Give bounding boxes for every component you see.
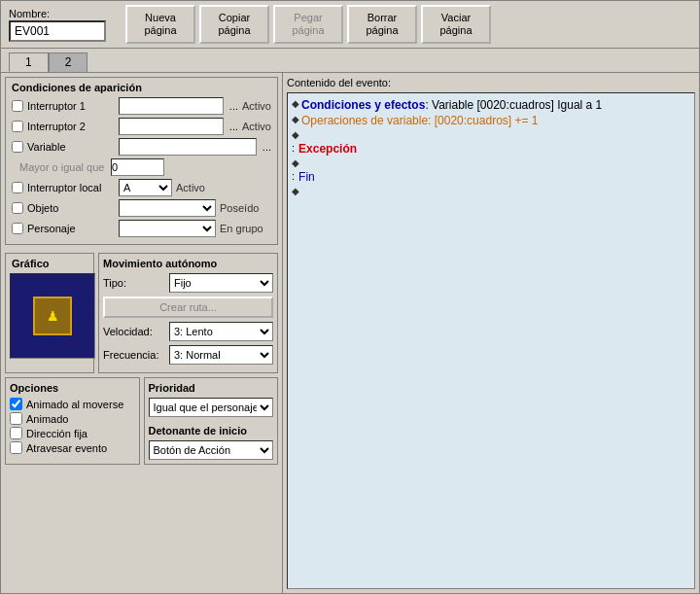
diamond-5: ◆ xyxy=(292,157,299,168)
priority-select[interactable]: Igual que el personaje Bajo el personaje… xyxy=(149,398,274,417)
animado-checkbox[interactable] xyxy=(10,412,22,425)
event-text-6: Fin xyxy=(298,170,315,184)
interruptor-local-select[interactable]: ABCD xyxy=(119,179,172,196)
borrar-pagina-button[interactable]: Borrarpágina xyxy=(347,5,417,44)
interruptor2-input[interactable] xyxy=(119,118,224,135)
dots1: ... xyxy=(228,100,238,112)
movement-title: Movimiento autónomo xyxy=(103,258,273,269)
direccion-fija-checkbox[interactable] xyxy=(10,427,22,439)
bottom-left: Gráfico ♟ Movimiento autónomo Tipo: Fijo xyxy=(5,253,278,373)
mayor-label: Mayor o igual que xyxy=(19,161,107,173)
tipo-label: Tipo: xyxy=(103,277,165,289)
objeto-row: Objeto Poseído xyxy=(12,199,271,217)
event-text-1: Condiciones y efectos: Variable [0020:cu… xyxy=(301,98,602,112)
interruptor-local-checkbox[interactable] xyxy=(12,182,23,193)
conditions-section: Condiciones de aparición Interruptor 1 .… xyxy=(5,77,278,245)
pegar-pagina-button[interactable]: Pegarpágina xyxy=(273,5,343,44)
mayor-row: Mayor o igual que xyxy=(12,158,271,176)
left-panel: Condiciones de aparición Interruptor 1 .… xyxy=(1,73,283,593)
tab-2[interactable]: 2 xyxy=(49,52,88,72)
event-line-6: : Fin xyxy=(292,169,690,185)
event-text-2: Operaciones de variable: [0020:cuadros] … xyxy=(301,114,539,127)
objeto-checkbox[interactable] xyxy=(12,202,23,214)
priority-title: Prioridad xyxy=(149,382,274,394)
content-area: Condiciones de aparición Interruptor 1 .… xyxy=(1,72,699,593)
crear-ruta-button[interactable]: Crear ruta... xyxy=(103,297,273,318)
nombre-input[interactable] xyxy=(9,20,106,42)
options-priority-area: Opciones Animado al moverse Animado Dire… xyxy=(5,377,278,465)
interruptor1-label: Interruptor 1 xyxy=(27,100,115,112)
animado-label: Animado xyxy=(26,413,68,425)
animado-moverse-row: Animado al moverse xyxy=(10,398,135,410)
tipo-select[interactable]: Fijo Aleatorio Ruta xyxy=(169,273,273,293)
diamond-2: ◆ xyxy=(292,114,299,124)
grafico-title: Gráfico xyxy=(8,256,91,271)
event-content: ◆ Condiciones y efectos: Variable [0020:… xyxy=(287,92,695,589)
frecuencia-row: Frecuencia: 1: Muy baja 2: Baja 3: Norma… xyxy=(103,345,273,365)
diamond-7: ◆ xyxy=(292,186,299,196)
interruptor1-checkbox[interactable] xyxy=(12,100,23,112)
velocidad-select[interactable]: 1: Muy lento 2: Lento 3: Lento 4: Normal… xyxy=(169,322,273,341)
tab-1[interactable]: 1 xyxy=(9,52,49,72)
event-line-2: ◆ Operaciones de variable: [0020:cuadros… xyxy=(292,113,690,128)
objeto-select[interactable] xyxy=(119,199,216,217)
animado-moverse-label: Animado al moverse xyxy=(26,399,123,410)
grafico-inner: ♟ xyxy=(33,297,72,335)
nombre-label: Nombre: xyxy=(9,8,106,19)
colon-6: : xyxy=(292,170,295,182)
dots3: ... xyxy=(261,141,271,153)
atravesar-row: Atravesar evento xyxy=(10,441,135,454)
frecuencia-label: Frecuencia: xyxy=(103,349,165,361)
diamond-1: ◆ xyxy=(292,98,299,109)
diamond-3: ◆ xyxy=(292,129,299,140)
personaje-checkbox[interactable] xyxy=(12,223,23,234)
variable-checkbox[interactable] xyxy=(12,141,23,153)
right-panel: Contenido del evento: ◆ Condiciones y ef… xyxy=(283,73,699,593)
interruptor1-input[interactable] xyxy=(119,97,224,115)
interruptor2-checkbox[interactable] xyxy=(12,121,23,132)
nueva-pagina-button[interactable]: Nuevapágina xyxy=(125,5,195,44)
velocidad-row: Velocidad: 1: Muy lento 2: Lento 3: Lent… xyxy=(103,322,273,341)
variable-input[interactable] xyxy=(119,138,257,156)
event-text-4: Excepción xyxy=(298,142,357,156)
event-line-5: ◆ xyxy=(292,157,690,169)
trigger-select[interactable]: Botón de Acción Contacto con el jugador … xyxy=(149,440,274,460)
personaje-suffix: En grupo xyxy=(220,223,263,234)
interruptor-local-row: Interruptor local ABCD Activo xyxy=(12,179,271,196)
variable-row: Variable ... xyxy=(12,138,271,156)
conditions-title: Condiciones de aparición xyxy=(12,82,271,93)
main-window: Nombre: Nuevapágina Copiarpágina Pegarpá… xyxy=(0,0,700,594)
movement-section: Movimiento autónomo Tipo: Fijo Aleatorio… xyxy=(98,253,278,373)
grafico-canvas[interactable]: ♟ xyxy=(10,273,95,359)
grafico-section: Gráfico ♟ xyxy=(5,253,94,373)
trigger-title: Detonante de inicio xyxy=(149,425,274,437)
grafico-char: ♟ xyxy=(47,308,59,324)
options-section: Opciones Animado al moverse Animado Dire… xyxy=(5,377,140,465)
frecuencia-select[interactable]: 1: Muy baja 2: Baja 3: Normal 4: Alta 5:… xyxy=(169,345,273,365)
interruptor2-suffix: Activo xyxy=(242,121,271,132)
personaje-select[interactable] xyxy=(119,220,216,237)
interruptor1-suffix: Activo xyxy=(242,100,271,112)
animado-moverse-checkbox[interactable] xyxy=(10,398,22,410)
personaje-label: Personaje xyxy=(27,223,115,234)
top-bar: Nombre: Nuevapágina Copiarpágina Pegarpá… xyxy=(1,1,699,49)
vaciar-pagina-button[interactable]: Vaciarpágina xyxy=(421,5,491,44)
tipo-row: Tipo: Fijo Aleatorio Ruta xyxy=(103,273,273,293)
personaje-row: Personaje En grupo xyxy=(12,220,271,237)
event-line-7: ◆ xyxy=(292,185,690,197)
velocidad-label: Velocidad: xyxy=(103,326,165,337)
variable-label: Variable xyxy=(27,141,115,153)
mayor-spinner[interactable] xyxy=(111,158,164,176)
event-rest-1: : Variable [0020:cuadros] Igual a 1 xyxy=(425,98,602,112)
atravesar-checkbox[interactable] xyxy=(10,441,22,454)
event-line-1: ◆ Condiciones y efectos: Variable [0020:… xyxy=(292,97,690,113)
interruptor-local-suffix: Activo xyxy=(176,182,205,193)
options-title: Opciones xyxy=(10,382,135,394)
interruptor2-label: Interruptor 2 xyxy=(27,121,115,132)
top-buttons: Nuevapágina Copiarpágina Pegarpágina Bor… xyxy=(125,5,491,44)
colon-4: : xyxy=(292,142,295,154)
dots2: ... xyxy=(228,121,238,132)
priority-trigger-section: Prioridad Igual que el personaje Bajo el… xyxy=(144,377,279,465)
copiar-pagina-button[interactable]: Copiarpágina xyxy=(199,5,269,44)
atravesar-label: Atravesar evento xyxy=(26,442,107,454)
